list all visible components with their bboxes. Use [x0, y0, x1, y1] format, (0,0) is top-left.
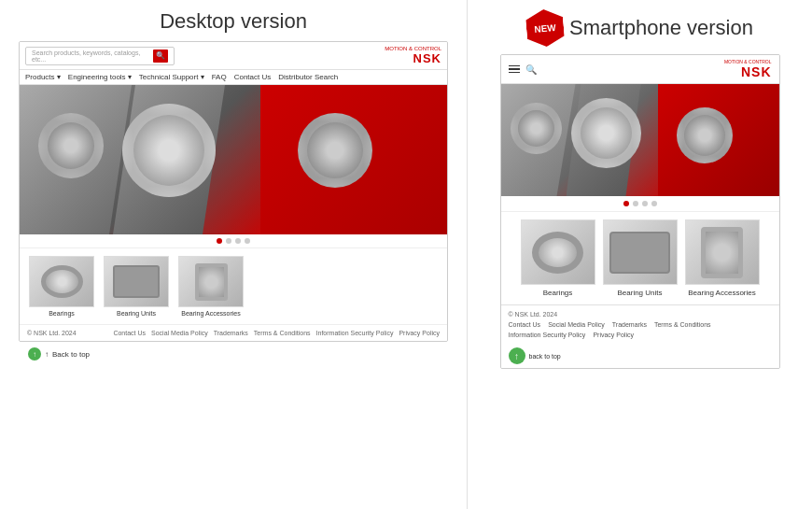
desktop-footer: © NSK Ltd. 2024 Contact Us Social Media … — [20, 324, 447, 341]
footer-link-infosec[interactable]: Information Security Policy — [316, 330, 394, 336]
acc-icon — [195, 263, 228, 301]
mobile-carousel-dots — [501, 196, 779, 211]
nav-products[interactable]: Products ▾ — [25, 73, 61, 81]
hamburger-line-3 — [509, 72, 520, 74]
nav-distributor[interactable]: Distributor Search — [278, 73, 338, 81]
footer-link-contact[interactable]: Contact Us — [113, 330, 146, 336]
mobile-footer-links-row1: Contact Us Social Media Policy Trademark… — [509, 321, 772, 328]
product-thumb-accessories[interactable]: Bearing Accessories — [178, 256, 244, 317]
nav-faq[interactable]: FAQ — [212, 73, 227, 81]
desktop-copyright: © NSK Ltd. 2024 — [27, 330, 77, 336]
product-thumb-units[interactable]: Bearing Units — [104, 256, 169, 317]
dot-2[interactable] — [226, 238, 231, 244]
desktop-hero-banner — [20, 85, 447, 234]
footer-link-privacy[interactable]: Privacy Policy — [399, 330, 440, 336]
product-img-units — [104, 256, 169, 307]
mobile-footer-link-trademarks[interactable]: Trademarks — [612, 321, 647, 328]
mobile-hero-bearing-3 — [677, 107, 733, 163]
hamburger-line-2 — [509, 68, 520, 70]
desktop-search-field[interactable]: Search products, keywords, catalogs, etc… — [25, 47, 175, 65]
hero-bearing-1 — [38, 113, 104, 178]
search-placeholder: Search products, keywords, catalogs, etc… — [32, 49, 153, 63]
mobile-hero-banner — [501, 84, 779, 196]
mobile-footer-link-privacy[interactable]: Privacy Policy — [593, 332, 634, 338]
mobile-footer-link-social[interactable]: Social Media Policy — [548, 321, 605, 328]
mobile-hero-bearing-2 — [571, 98, 641, 168]
mobile-hero-bearing-1 — [511, 103, 562, 154]
dot-3[interactable] — [235, 238, 241, 244]
hamburger-line-1 — [509, 65, 520, 67]
desktop-nav: Products ▾ Engineering tools ▾ Technical… — [20, 70, 447, 85]
product-label-accessories: Bearing Accessories — [181, 310, 240, 317]
mobile-product-img-accessories — [685, 219, 760, 285]
mobile-back-to-top[interactable]: ↑ back to top — [501, 344, 779, 368]
footer-link-trademarks[interactable]: Trademarks — [214, 330, 248, 336]
desktop-title: Desktop version — [160, 9, 307, 34]
mobile-footer-link-contact[interactable]: Contact Us — [509, 321, 541, 328]
mobile-top-bar: 🔍 MOTION & CONTROL NSK — [501, 55, 779, 84]
desktop-search-bar: Search products, keywords, catalogs, etc… — [20, 42, 447, 70]
search-button[interactable]: 🔍 — [153, 49, 168, 63]
mobile-product-thumb-bearings[interactable]: Bearings — [521, 219, 595, 297]
bearing-icon — [41, 265, 83, 298]
footer-link-terms[interactable]: Terms & Conditions — [254, 330, 311, 336]
mobile-product-img-bearings — [521, 219, 595, 285]
desktop-nsk-text: NSK — [413, 51, 441, 65]
smartphone-panel: NEW Smartphone version 🔍 MOTION & CONTRO… — [468, 0, 812, 509]
desktop-nsk-logo: MOTION & CONTROL NSK — [385, 46, 441, 65]
mobile-product-grid: Bearings Bearing Units Bearing Accessori… — [501, 211, 779, 304]
product-img-accessories — [178, 256, 244, 307]
mobile-product-label-units: Bearing Units — [617, 289, 662, 297]
product-img-bearings — [29, 256, 94, 307]
mobile-footer-links-row2: Information Security Policy Privacy Poli… — [509, 332, 772, 338]
mobile-product-label-bearings: Bearings — [543, 289, 573, 297]
product-thumb-bearings[interactable]: Bearings — [29, 256, 94, 317]
desktop-footer-links: Contact Us Social Media Policy Trademark… — [113, 330, 440, 336]
back-to-top-label: Back to top — [52, 350, 90, 359]
mobile-dot-1[interactable] — [623, 201, 629, 206]
desktop-product-grid: Bearings Bearing Units Bearing Accessori… — [20, 247, 447, 324]
green-circle-icon: ↑ — [28, 347, 41, 361]
product-label-units: Bearing Units — [117, 310, 156, 317]
smartphone-title-row: NEW Smartphone version — [526, 9, 753, 47]
desktop-carousel-dots — [20, 234, 447, 247]
mobile-dot-4[interactable] — [651, 201, 657, 206]
mobile-search-icon[interactable]: 🔍 — [525, 64, 537, 75]
dot-1[interactable] — [217, 238, 222, 244]
hero-bearing-2 — [122, 104, 216, 197]
nav-technical[interactable]: Technical Support ▾ — [139, 73, 204, 81]
back-to-top-arrow: ↑ — [45, 350, 49, 359]
mobile-unit-icon — [609, 232, 670, 274]
nav-contact[interactable]: Contact Us — [234, 73, 272, 81]
nav-engineering[interactable]: Engineering tools ▾ — [68, 73, 132, 81]
smartphone-title: Smartphone version — [569, 16, 753, 40]
unit-icon — [113, 265, 160, 298]
mobile-browser-mock: 🔍 MOTION & CONTROL NSK — [500, 54, 780, 369]
new-badge: NEW — [525, 7, 565, 48]
footer-link-social[interactable]: Social Media Policy — [151, 330, 208, 336]
mobile-copyright: © NSK Ltd. 2024 — [509, 311, 772, 318]
mobile-product-thumb-accessories[interactable]: Bearing Accessories — [685, 219, 760, 297]
mobile-dot-2[interactable] — [633, 201, 638, 206]
mobile-nsk-text: NSK — [741, 64, 772, 79]
mobile-dot-3[interactable] — [642, 201, 648, 206]
desktop-back-to-top[interactable]: ↑ ↑ Back to top — [19, 347, 90, 361]
mobile-product-img-units — [603, 219, 678, 285]
mobile-bearing-icon — [532, 232, 583, 274]
product-label-bearings: Bearings — [49, 310, 75, 317]
mobile-footer: © NSK Ltd. 2024 Contact Us Social Media … — [501, 304, 779, 344]
mobile-footer-link-terms[interactable]: Terms & Conditions — [654, 321, 711, 328]
mobile-acc-icon — [701, 227, 743, 278]
hero-bearing-3 — [298, 113, 372, 188]
mobile-nsk-logo: MOTION & CONTROL NSK — [724, 59, 772, 79]
mobile-product-thumb-units[interactable]: Bearing Units — [603, 219, 678, 297]
desktop-panel: Desktop version Search products, keyword… — [0, 0, 467, 509]
dot-4[interactable] — [245, 238, 250, 244]
mobile-back-to-top-label: back to top — [529, 353, 561, 360]
hamburger-menu-button[interactable] — [509, 65, 520, 74]
mobile-product-label-accessories: Bearing Accessories — [688, 289, 755, 297]
mobile-footer-link-infosec[interactable]: Information Security Policy — [509, 332, 586, 338]
desktop-browser-mock: Search products, keywords, catalogs, etc… — [19, 41, 448, 342]
mobile-green-circle-icon: ↑ — [509, 347, 525, 364]
